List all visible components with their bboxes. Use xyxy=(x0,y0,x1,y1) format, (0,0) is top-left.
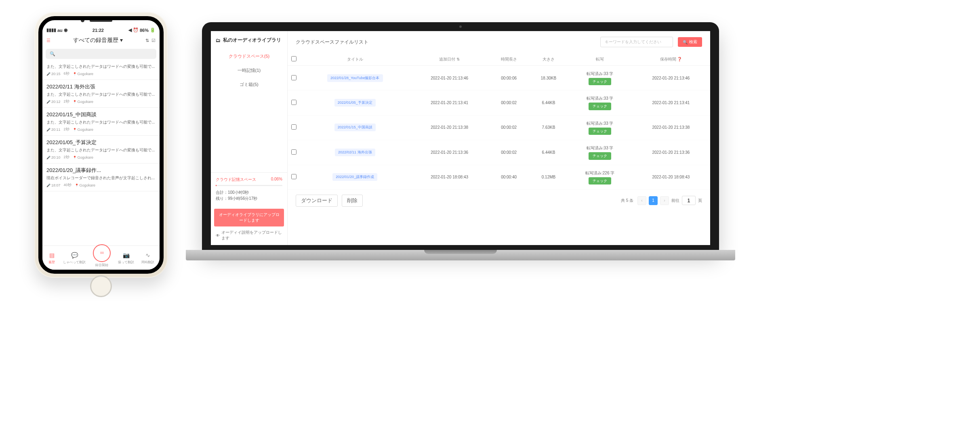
search-input[interactable]: キーワードを入力してください xyxy=(600,37,673,47)
check-button[interactable]: チェック xyxy=(589,103,611,110)
cell-transcribe: 転写済み:226 字 xyxy=(571,170,628,176)
item-title: 2022/02/11 海外出張 xyxy=(46,83,156,90)
list-item[interactable]: また、文字起こしされたデータはワードへの変換も可能で... 20:15 6秒 G… xyxy=(42,61,160,80)
sidebar-item-trash[interactable]: ゴミ箱(5) xyxy=(211,78,287,92)
sort-icon[interactable]: ⇅ xyxy=(145,38,149,43)
table-row: 2022/01/05_予算決定2022-01-20 21:13:4100:00:… xyxy=(288,90,710,115)
row-checkbox[interactable] xyxy=(291,75,297,80)
storage-pct: 0.06% xyxy=(271,177,282,182)
pagination: ‹ 1 › 前往 頁 xyxy=(637,196,702,205)
clock-label: 21:22 xyxy=(93,28,104,33)
speech-icon: 💬 xyxy=(70,251,78,259)
battery-label: 86% xyxy=(140,28,149,33)
item-time: 20:15 xyxy=(46,72,61,76)
row-checkbox[interactable] xyxy=(291,149,297,155)
nav-simultaneous[interactable]: ∿ 同時翻訳 xyxy=(141,251,154,264)
webcam xyxy=(459,25,462,28)
col-title: タイトル xyxy=(300,53,410,66)
list-item[interactable]: 2022/02/11 海外出張 また、文字起こしされたデータはワードへの変換も可… xyxy=(42,80,160,108)
page-1-button[interactable]: 1 xyxy=(649,196,658,205)
total-count: 共 5 条 xyxy=(621,198,633,203)
menu-icon[interactable]: ☰ xyxy=(46,38,50,43)
cell-saved: 2022-01-20 21:13:46 xyxy=(632,66,710,90)
item-desc: また、文字起こしされたデータはワードへの変換も可能で... xyxy=(46,92,156,97)
nav-photo-translate[interactable]: 📷 撮って翻訳 xyxy=(118,251,134,264)
list-item[interactable]: 2022/01/20_議事録作... 現在ボイスレコーダーで録音された音声が文字… xyxy=(42,164,160,191)
upload-desc[interactable]: 👁 オーディイ説明をアップロードします xyxy=(211,230,287,245)
nav-label: 録音開始 xyxy=(95,263,108,267)
nav-history[interactable]: ▤ 履歴 xyxy=(48,251,56,264)
select-all-checkbox[interactable] xyxy=(291,56,297,61)
download-button[interactable]: ダウンロード xyxy=(296,195,338,207)
item-location: Gogokare xyxy=(73,100,94,104)
select-icon[interactable]: ☑ xyxy=(151,38,156,43)
cell-duration: 00:00:02 xyxy=(489,115,529,140)
table-row: 2022/01/15_中国商談2022-01-20 21:13:3800:00:… xyxy=(288,115,710,140)
next-page-button[interactable]: › xyxy=(660,196,669,205)
item-location: Gogokare xyxy=(75,183,96,187)
cell-saved: 2022-01-20 21:13:41 xyxy=(632,90,710,115)
search-input[interactable]: 🔍 xyxy=(46,49,156,59)
prev-page-button[interactable]: ‹ xyxy=(637,196,646,205)
cell-size: 0.12MB xyxy=(529,165,568,189)
item-desc: また、文字起こしされたデータはワードへの変換も可能で... xyxy=(46,147,156,153)
cell-transcribe: 転写済み:33 字 xyxy=(571,71,628,77)
storage-total-label: 合計： xyxy=(216,190,228,195)
cell-size: 6.44KB xyxy=(529,90,568,115)
home-button[interactable] xyxy=(90,275,112,297)
search-button[interactable]: 🔍 検索 xyxy=(678,37,702,47)
sidebar-item-temp[interactable]: 一時記憶(1) xyxy=(211,63,287,78)
item-duration: 40秒 xyxy=(64,182,72,188)
upload-button[interactable]: オーディオライブラリにアップロードします xyxy=(214,209,284,226)
col-transcribe: 転写 xyxy=(568,53,631,66)
sidebar-item-cloud[interactable]: クラウドスペース(5) xyxy=(211,49,287,63)
phone-camera xyxy=(81,19,84,22)
goto-input[interactable] xyxy=(682,196,696,205)
cell-duration: 00:00:02 xyxy=(489,140,529,165)
page-title[interactable]: すべての録音履歴 ▾ xyxy=(54,37,142,44)
alarm-icon: ⏰ xyxy=(133,27,139,33)
file-title-tag[interactable]: 2022/01/15_中国商談 xyxy=(334,124,376,131)
item-duration: 2秒 xyxy=(64,99,69,104)
sidebar-title: 🗂 私のオーディオライブラリ xyxy=(211,31,287,49)
col-date[interactable]: 追加日付 ⇅ xyxy=(410,53,489,66)
check-button[interactable]: チェック xyxy=(589,128,611,135)
storage-total: 100小时0秒 xyxy=(228,190,249,195)
sidebar: 🗂 私のオーディオライブラリ クラウドスペース(5) 一時記憶(1) ゴミ箱(5… xyxy=(211,31,288,245)
record-icon: ⦀⦀⦀ xyxy=(93,244,111,262)
storage-panel: クラウド記憶スペース 0.06% 合計：100小时0秒 残り：99小時56分17… xyxy=(211,172,287,205)
table-row: 2022/01/28_YouTube撮影台本2022-01-20 21:13:4… xyxy=(288,66,710,90)
file-title-tag[interactable]: 2022/01/05_予算決定 xyxy=(334,99,376,107)
nav-label: 同時翻訳 xyxy=(141,260,154,264)
row-checkbox[interactable] xyxy=(291,100,297,105)
cell-transcribe: 転写済み:33 字 xyxy=(571,120,628,127)
main-content: クラウドスペースファイルリスト キーワードを入力してください 🔍 検索 タイトル… xyxy=(288,31,710,245)
wave-icon: ∿ xyxy=(144,251,152,259)
list-item[interactable]: 2022/01/05_予算決定 また、文字起こしされたデータはワードへの変換も可… xyxy=(42,136,160,164)
cell-saved: 2022-01-20 18:08:43 xyxy=(632,165,710,189)
item-location: Gogokare xyxy=(73,128,94,132)
list-item[interactable]: 2022/01/15_中国商談 また、文字起こしされたデータはワードへの変換も可… xyxy=(42,108,160,136)
check-button[interactable]: チェック xyxy=(589,78,611,85)
row-checkbox[interactable] xyxy=(291,124,297,130)
col-size: 大きさ xyxy=(529,53,568,66)
file-title-tag[interactable]: 2022/02/11 海外出張 xyxy=(335,149,375,156)
battery-icon: 🔋 xyxy=(150,27,156,33)
nav-record[interactable]: ⦀⦀⦀ 録音開始 xyxy=(93,248,111,267)
eye-icon: 👁 xyxy=(216,233,220,238)
phone-status-bar: ▮▮▮▮ au ◉ 21:22 ◀ ⏰ 86% 🔋 xyxy=(42,26,160,34)
check-button[interactable]: チェック xyxy=(589,152,611,159)
delete-button[interactable]: 削除 xyxy=(342,195,363,207)
phone-speaker xyxy=(90,19,112,22)
storage-bar xyxy=(216,185,282,186)
cell-size: 6.44KB xyxy=(529,140,568,165)
row-checkbox[interactable] xyxy=(291,174,297,179)
nav-speak-translate[interactable]: 💬 しゃべって翻訳 xyxy=(63,251,86,264)
item-title: 2022/01/05_予算決定 xyxy=(46,139,156,146)
app-header: ☰ すべての録音履歴 ▾ ⇅ ☑ xyxy=(42,34,160,47)
recording-list: また、文字起こしされたデータはワードへの変換も可能で... 20:15 6秒 G… xyxy=(42,61,160,245)
file-title-tag[interactable]: 2022/01/28_YouTube撮影台本 xyxy=(327,74,383,82)
file-title-tag[interactable]: 2022/01/20_議事録作成 xyxy=(332,173,377,181)
check-button[interactable]: チェック xyxy=(589,177,611,184)
storage-title: クラウド記憶スペース xyxy=(216,177,256,182)
